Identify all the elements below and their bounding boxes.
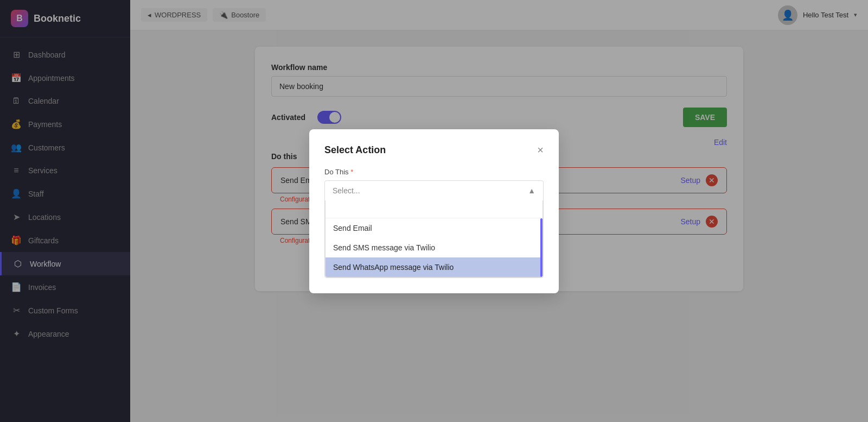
dropdown-item-1[interactable]: Send SMS message via Twilio [326, 238, 542, 257]
dropdown-menu: Send Email Send SMS message via Twilio S… [325, 200, 543, 278]
dropdown-scrollbar [540, 218, 542, 277]
modal-overlay[interactable]: Select Action × Do This * Select... ▲ Se… [0, 0, 868, 422]
required-indicator: * [350, 168, 353, 176]
action-select[interactable]: Select... ▲ Send Email Send SMS message … [324, 180, 544, 278]
dropdown-search-area [326, 200, 542, 218]
dropdown-item-0[interactable]: Send Email [326, 218, 542, 238]
modal-field-label: Do This * [324, 168, 544, 176]
select-chevron-icon: ▲ [528, 186, 535, 195]
modal-close-button[interactable]: × [537, 144, 544, 155]
dropdown-items-wrapper: Send Email Send SMS message via Twilio S… [326, 218, 542, 277]
select-display[interactable]: Select... ▲ [325, 181, 543, 200]
dropdown-search-input[interactable] [333, 205, 535, 213]
modal-title: Select Action [324, 144, 386, 156]
modal-header: Select Action × [324, 144, 544, 156]
select-action-modal: Select Action × Do This * Select... ▲ Se… [309, 129, 559, 293]
select-placeholder: Select... [333, 186, 360, 195]
dropdown-item-2[interactable]: Send WhatsApp message via Twilio [326, 257, 542, 277]
